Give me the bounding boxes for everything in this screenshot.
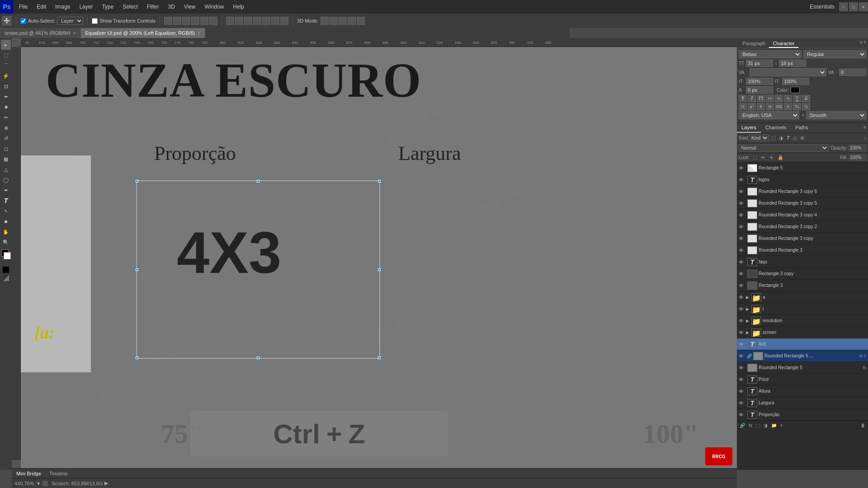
layer-group-resolution[interactable]: 👁 ▶ 📁 resolution bbox=[737, 315, 868, 327]
eyedropper-btn[interactable]: ✒ bbox=[1, 92, 11, 102]
baseline-input[interactable] bbox=[746, 86, 773, 94]
layer-largura[interactable]: 👁 T Largura bbox=[737, 397, 868, 409]
timeline-tab[interactable]: Timeline bbox=[47, 470, 70, 477]
eye-icon[interactable]: 👁 bbox=[739, 236, 746, 241]
delete-layer-btn[interactable]: 🗑 bbox=[859, 422, 867, 428]
shape-tool-btn[interactable]: ■ bbox=[1, 216, 11, 226]
align-btn-1[interactable] bbox=[164, 17, 172, 25]
eye-icon[interactable]: 👁 bbox=[739, 412, 746, 418]
dist-btn-1[interactable] bbox=[226, 17, 234, 25]
minimize-button[interactable]: − bbox=[839, 2, 848, 11]
add-mask-btn[interactable]: ⬚ bbox=[755, 422, 761, 428]
path-select-btn[interactable]: ↖ bbox=[1, 206, 11, 216]
align-btn-2[interactable] bbox=[173, 17, 181, 25]
new-layer-btn[interactable]: + bbox=[779, 422, 784, 428]
language-select[interactable]: English: USA bbox=[739, 111, 799, 119]
menu-layer[interactable]: Layer bbox=[77, 3, 94, 11]
channels-tab[interactable]: Channels bbox=[761, 123, 791, 133]
blend-mode-select[interactable]: Normal bbox=[739, 144, 829, 152]
handle-tr[interactable] bbox=[378, 180, 381, 183]
transform-checkbox[interactable] bbox=[92, 18, 98, 24]
crop-tool-btn[interactable]: ⊡ bbox=[1, 81, 11, 91]
opacity-input[interactable] bbox=[849, 145, 866, 151]
info-arrow[interactable]: ▶ bbox=[104, 480, 108, 486]
align-btn-5[interactable] bbox=[200, 17, 208, 25]
eye-icon[interactable]: 👁 bbox=[739, 248, 746, 253]
dist-btn-2[interactable] bbox=[235, 17, 243, 25]
lock-all-btn[interactable]: 🔒 bbox=[776, 155, 784, 160]
dist-btn-5[interactable] bbox=[262, 17, 270, 25]
eye-icon[interactable]: 👁 bbox=[739, 330, 746, 335]
old-style-btn[interactable]: OS bbox=[775, 103, 783, 110]
eye-icon[interactable]: 👁 bbox=[739, 365, 746, 371]
blur-btn[interactable]: △ bbox=[1, 164, 11, 174]
color-swatch[interactable] bbox=[791, 87, 800, 93]
auto-select-checkbox[interactable] bbox=[20, 18, 26, 24]
liga-btn[interactable]: fi bbox=[757, 103, 765, 110]
layer-rect3copy[interactable]: 👁 Rectangle 3 copy bbox=[737, 268, 868, 280]
dist-btn-3[interactable] bbox=[244, 17, 252, 25]
tracking-select[interactable] bbox=[750, 68, 826, 76]
eye-icon[interactable]: 👁 bbox=[739, 318, 746, 324]
layer-rr3copy6[interactable]: 👁 Rounded Rectangle 3 copy 6 bbox=[737, 186, 868, 197]
zoom-tool-btn[interactable]: 🔍 bbox=[1, 237, 11, 247]
menu-window[interactable]: Window bbox=[203, 3, 226, 11]
menu-select[interactable]: Select bbox=[121, 3, 139, 11]
filter-smart-btn[interactable]: ⚙ bbox=[799, 135, 806, 141]
paths-tab[interactable]: Paths bbox=[791, 123, 813, 133]
eye-icon[interactable]: 👁 bbox=[739, 377, 746, 382]
dodge-btn[interactable]: ◯ bbox=[1, 175, 11, 185]
group-arrow-a[interactable]: ▶ bbox=[746, 295, 749, 300]
tracking-input[interactable] bbox=[839, 69, 866, 76]
eye-icon[interactable]: 👁 bbox=[739, 224, 746, 230]
layer-group-l[interactable]: 👁 ▶ 📁 l bbox=[737, 303, 868, 315]
tab-onsee[interactable]: onsee.psd @ 441% (RGB/8#) × bbox=[0, 28, 81, 38]
layer-faqs[interactable]: 👁 T faqs bbox=[737, 256, 868, 268]
dlig-btn[interactable]: ct bbox=[766, 103, 774, 110]
fill-input[interactable] bbox=[849, 154, 866, 161]
swash-btn[interactable]: A bbox=[784, 103, 792, 110]
lock-pixels-btn[interactable]: ✏ bbox=[760, 155, 766, 160]
eye-icon[interactable]: 👁 bbox=[739, 306, 746, 312]
kind-dropdown[interactable]: Kind bbox=[749, 134, 769, 142]
font-style-select[interactable]: Regular bbox=[803, 50, 866, 58]
history-brush-btn[interactable]: ↺ bbox=[1, 133, 11, 143]
layer-rr3copy5[interactable]: 👁 Rounded Rectangle 3 copy 5 bbox=[737, 197, 868, 209]
eye-icon[interactable]: 👁 bbox=[739, 283, 746, 288]
maximize-button[interactable]: □ bbox=[849, 2, 858, 11]
clone-stamp-btn[interactable]: ⊕ bbox=[1, 123, 11, 133]
eye-icon[interactable]: 👁 bbox=[739, 201, 746, 206]
lasso-tool-btn[interactable]: ⌒ bbox=[1, 61, 11, 70]
align-btn-4[interactable] bbox=[191, 17, 199, 25]
menu-image[interactable]: Image bbox=[53, 3, 72, 11]
eye-icon[interactable]: 👁 bbox=[739, 177, 746, 183]
filter-adj-btn[interactable]: ◑ bbox=[778, 135, 784, 141]
dist-btn-4[interactable] bbox=[253, 17, 261, 25]
filter-type-btn[interactable]: T bbox=[785, 135, 791, 141]
eye-icon[interactable]: 👁 bbox=[739, 271, 746, 277]
alt-btn[interactable]: ½ bbox=[802, 103, 810, 110]
eye-icon[interactable]: 👁 bbox=[739, 353, 746, 359]
eye-icon[interactable]: 👁 bbox=[739, 389, 746, 394]
menu-view[interactable]: View bbox=[182, 3, 198, 11]
gradient-btn[interactable]: ▦ bbox=[1, 154, 11, 164]
layers-tab[interactable]: Layers bbox=[737, 123, 761, 133]
layer-logos[interactable]: 👁 T logos bbox=[737, 174, 868, 186]
caps-btn[interactable]: TT bbox=[757, 95, 765, 102]
handle-br[interactable] bbox=[378, 357, 381, 359]
scale-h-input[interactable] bbox=[746, 78, 773, 85]
brush-tool-btn[interactable]: ✏ bbox=[1, 113, 11, 122]
eye-icon[interactable]: 👁 bbox=[739, 295, 746, 300]
add-style-btn[interactable]: fx bbox=[747, 422, 754, 428]
titling-btn[interactable]: Ts bbox=[793, 103, 801, 110]
close-button[interactable]: × bbox=[859, 2, 868, 11]
menu-filter[interactable]: Filter bbox=[145, 3, 161, 11]
layer-rr5-copy[interactable]: 👁 🔗 Rounded Rectangle 5 ... fx × bbox=[737, 350, 868, 362]
super-btn[interactable]: Ts bbox=[775, 95, 783, 102]
healing-btn[interactable]: ✚ bbox=[1, 102, 11, 112]
quick-mask-btn[interactable] bbox=[3, 267, 9, 273]
eye-icon[interactable]: 👁 bbox=[739, 212, 746, 218]
3d-btn-1[interactable] bbox=[321, 17, 329, 25]
eye-icon[interactable]: 👁 bbox=[739, 189, 746, 194]
filter-toggle[interactable]: ○ bbox=[863, 136, 866, 141]
